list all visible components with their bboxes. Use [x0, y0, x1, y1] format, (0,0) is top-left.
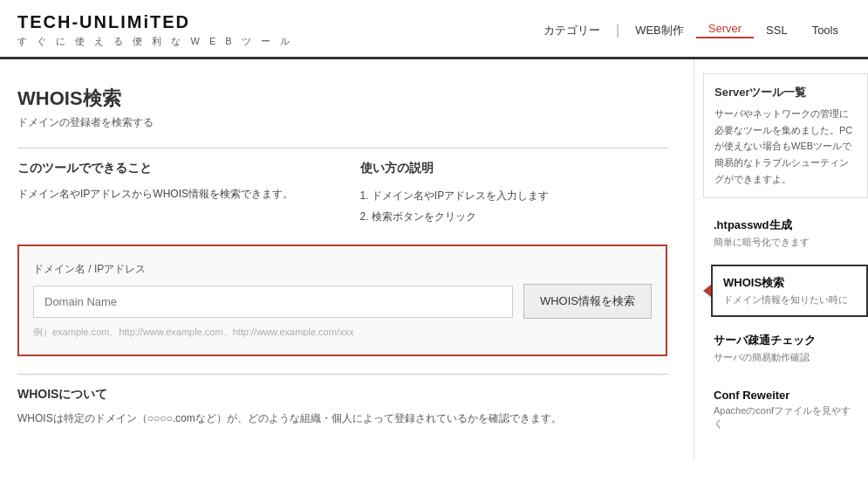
header: TECH-UNLIMiTED す ぐ に 使 え る 便 利 な W E B ツ… — [0, 0, 868, 59]
page-subtitle: ドメインの登録者を検索する — [17, 115, 667, 130]
sidebar: Serverツール一覧 サーバやネットワークの管理に必要なツールを集めました。P… — [694, 59, 868, 460]
logo: TECH-UNLIMiTED す ぐ に 使 え る 便 利 な W E B ツ… — [17, 12, 293, 48]
sidebar-item-whois-desc: ドメイン情報を知りたい時に — [723, 293, 856, 306]
sidebar-item-htpasswd[interactable]: .htpasswd生成 簡単に暗号化できます — [703, 209, 868, 258]
sidebar-item-whois[interactable]: WHOIS検索 ドメイン情報を知りたい時に — [711, 265, 868, 317]
sidebar-server-tools-desc: サーバやネットワークの管理に必要なツールを集めました。PCが使えない場合もWEB… — [714, 106, 857, 187]
sidebar-item-htpasswd-desc: 簡単に暗号化できます — [714, 236, 858, 249]
sidebar-server-tools-box: Serverツール一覧 サーバやネットワークの管理に必要なツールを集めました。P… — [703, 73, 868, 198]
search-button[interactable]: WHOIS情報を検索 — [523, 284, 652, 319]
sidebar-item-htpasswd-title: .htpasswd生成 — [714, 217, 858, 233]
usage-col: 使い方の説明 1. ドメイン名やIPアドレスを入力します 2. 検索ボタンをクリ… — [360, 161, 668, 227]
search-example: 例）example.com、http://www.example.com、htt… — [33, 326, 652, 339]
sidebar-item-server-check-desc: サーバの簡易動作確認 — [714, 351, 858, 364]
page-title: WHOIS検索 — [17, 86, 667, 112]
nav-item-web[interactable]: WEB制作 — [623, 23, 696, 38]
sidebar-item-whois-title: WHOIS検索 — [723, 275, 856, 291]
search-label: ドメイン名 / IPアドレス — [33, 262, 652, 277]
features-col: このツールでできること ドメイン名やIPアドレスからWHOIS情報を検索できます… — [17, 161, 325, 227]
sidebar-server-tools-title: Serverツール一覧 — [714, 85, 857, 100]
search-box: ドメイン名 / IPアドレス WHOIS情報を検索 例）example.com、… — [17, 244, 667, 356]
features-title: このツールでできること — [17, 161, 325, 176]
nav-item-server[interactable]: Server — [696, 22, 754, 38]
info-section: このツールでできること ドメイン名やIPアドレスからWHOIS情報を検索できます… — [17, 161, 667, 227]
sidebar-item-conf-title: Conf Reweiter — [714, 389, 858, 402]
divider-mid — [17, 374, 667, 375]
search-row: WHOIS情報を検索 — [33, 284, 652, 319]
sidebar-active-arrow — [703, 285, 711, 297]
logo-subtitle: す ぐ に 使 え る 便 利 な W E B ツ ー ル — [17, 35, 293, 48]
sidebar-item-server-check[interactable]: サーバ疎通チェック サーバの簡易動作確認 — [703, 324, 868, 373]
page-container: WHOIS検索 ドメインの登録者を検索する このツールでできること ドメイン名や… — [0, 59, 868, 460]
about-text: WHOISは特定のドメイン（○○○○.comなど）が、どのような組織・個人によっ… — [17, 410, 667, 427]
sidebar-item-server-check-title: サーバ疎通チェック — [714, 333, 858, 348]
usage-list: 1. ドメイン名やIPアドレスを入力します 2. 検索ボタンをクリック — [360, 185, 668, 227]
search-input[interactable] — [33, 286, 513, 318]
about-title: WHOISについて — [17, 387, 667, 403]
nav-item-ssl[interactable]: SSL — [754, 24, 800, 37]
sidebar-item-conf-desc: Apacheのconfファイルを見やすく — [714, 404, 858, 430]
sidebar-item-whois-row: WHOIS検索 ドメイン情報を知りたい時に — [703, 265, 868, 317]
usage-step-1: 1. ドメイン名やIPアドレスを入力します — [360, 185, 668, 206]
usage-step-2: 2. 検索ボタンをクリック — [360, 206, 668, 227]
sidebar-item-conf-reweiter[interactable]: Conf Reweiter Apacheのconfファイルを見やすく — [703, 380, 868, 439]
main-content: WHOIS検索 ドメインの登録者を検索する このツールでできること ドメイン名や… — [0, 59, 685, 460]
nav-item-tools[interactable]: Tools — [800, 24, 851, 37]
usage-title: 使い方の説明 — [360, 161, 668, 176]
logo-title: TECH-UNLIMiTED — [17, 12, 293, 32]
features-text: ドメイン名やIPアドレスからWHOIS情報を検索できます。 — [17, 185, 325, 203]
main-nav: カテゴリー | WEB制作 Server SSL Tools — [531, 22, 851, 38]
nav-divider: | — [616, 23, 619, 38]
nav-item-category[interactable]: カテゴリー — [531, 23, 612, 38]
divider-top — [17, 148, 667, 148]
